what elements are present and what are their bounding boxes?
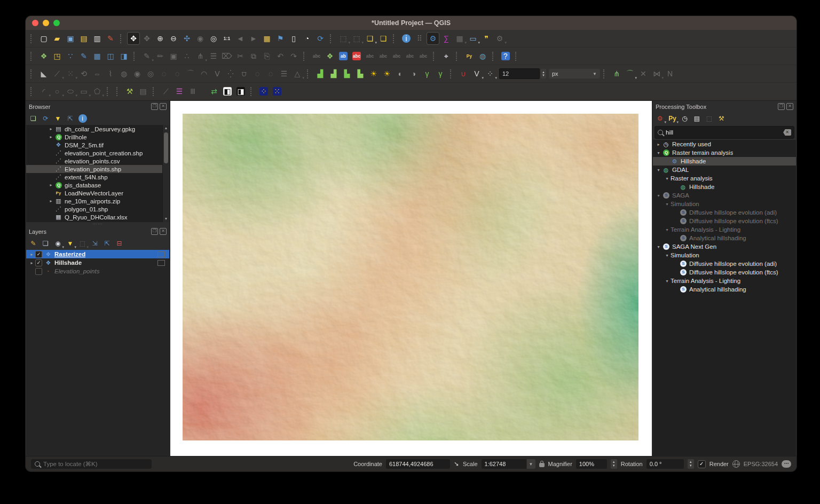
rotation-stepper[interactable]: ▲▼ (688, 459, 694, 469)
vertex-editor-button[interactable]: △▾ (291, 67, 304, 80)
local-cumulative-stretch-button[interactable]: ▙ (341, 67, 353, 80)
zoom-next-button[interactable]: ► (247, 32, 260, 45)
processing-toolbox-toggle-button[interactable]: ⚙ (427, 32, 439, 45)
browser-properties-button[interactable]: i (77, 113, 88, 124)
toolbox-item[interactable]: ▾Simulation (653, 251, 796, 259)
new-print-layout-button[interactable]: ▤ (77, 32, 90, 45)
close-window-button[interactable] (32, 20, 38, 26)
close-panel-icon[interactable]: ✕ (160, 228, 167, 235)
zoom-actual-button[interactable]: 1:1 (220, 32, 233, 45)
increase-brightness-button[interactable]: ☀ (367, 67, 380, 80)
topological-editing-button[interactable]: Ν (664, 67, 676, 80)
coordinate-input[interactable] (386, 459, 450, 469)
expander-icon[interactable]: ▾ (664, 202, 671, 207)
add-spatialite-layer-button[interactable]: ◳ (51, 50, 64, 62)
expander-icon[interactable]: ▾ (664, 227, 671, 232)
enable-advanced-digitizing-button[interactable]: ◣ (37, 67, 50, 80)
toolbox-item[interactable]: ▾Simulation (653, 200, 796, 208)
zoom-to-layer-button[interactable]: ◎ (207, 32, 220, 45)
random-points-extent-button[interactable]: ⁘ (257, 85, 270, 98)
remove-layer-button[interactable]: ⊟ (114, 238, 125, 249)
lock-scale-icon[interactable] (539, 463, 545, 467)
toolbox-item[interactable]: ▸◷Recently used (653, 140, 796, 148)
vector-edit-tools-button[interactable]: ⚒ (123, 85, 136, 98)
full-histogram-stretch-button[interactable]: ▟ (327, 67, 340, 80)
digitize-with-segment-button[interactable]: ∴ (180, 50, 193, 62)
increase-gamma-button[interactable]: γ (421, 67, 433, 80)
zoom-last-button[interactable]: ◄ (234, 32, 247, 45)
toolbox-search-input[interactable] (666, 129, 780, 136)
browser-refresh-button[interactable]: ⟳ (40, 113, 51, 124)
expander-icon[interactable]: ▾ (655, 245, 662, 249)
manage-map-themes-button[interactable]: ◉▾ (52, 238, 64, 249)
select-by-location-button[interactable]: ❏ (377, 32, 390, 45)
layer-item[interactable]: ▸✓❖Hillshade (26, 258, 169, 267)
toolbox-item[interactable]: SDiffusive hillslope evolution (ftcs) (653, 268, 796, 277)
toolbox-search[interactable]: ✕ (655, 126, 794, 139)
refresh-map-button[interactable]: ⟳ (314, 32, 327, 45)
open-attribute-table-button[interactable]: ▦▾ (453, 32, 466, 45)
float-panel-icon[interactable]: ❐ (778, 103, 785, 110)
decrease-brightness-button[interactable]: ☀ (381, 67, 393, 80)
title-bar[interactable]: *Untitled Project — QGIS (26, 16, 797, 30)
browser-item[interactable]: ⋰extent_54N.shp (26, 173, 169, 181)
toggle-editing-button[interactable]: ✏ (154, 50, 167, 62)
metasearch-button[interactable]: ◍ (476, 50, 489, 62)
panel-splitter[interactable]: ⋯⋯ (26, 222, 170, 226)
add-ring-button[interactable]: ◍ (117, 67, 130, 80)
style-manager-button[interactable]: ✎ (104, 32, 117, 45)
toolbox-item[interactable]: ▾Terrain Analysis - Lighting (653, 277, 796, 285)
collapse-all-button[interactable]: ⇱ (101, 238, 113, 249)
expander-icon[interactable]: ▸ (48, 183, 54, 187)
browser-item[interactable]: ▦Q_Ryuo_DHCollar.xlsx (26, 213, 169, 221)
layer-item[interactable]: •Elevation_points (26, 267, 169, 275)
new-map-view-button[interactable]: ▦ (261, 32, 273, 45)
toolbox-item[interactable]: ▾SSAGA Next Gen (653, 242, 796, 251)
rotate-label-button[interactable]: abc (404, 50, 416, 62)
add-delimited-text-layer-button[interactable]: ✎ (77, 50, 90, 62)
serval-nodata-black-button[interactable]: ◨ (234, 85, 247, 98)
expander-icon[interactable]: ▾ (664, 279, 671, 284)
toolbox-item[interactable]: SDiffusive hillslope evolution (ftcs) (653, 217, 796, 225)
toolbox-python-scripts-button[interactable]: Py▾ (667, 113, 678, 124)
reshape-features-button[interactable]: ◠ (198, 67, 210, 80)
rotation-input[interactable] (646, 459, 684, 469)
expander-icon[interactable]: ▸ (28, 261, 35, 265)
show-bookmarks-button[interactable]: ▯ (287, 32, 300, 45)
browser-item[interactable]: ⋰polygon_01.shp (26, 205, 169, 213)
snapping-units-combo[interactable]: px▼ (549, 69, 600, 78)
copy-features-button[interactable]: ⧉ (247, 50, 260, 62)
snapping-all-layers-button[interactable]: ⁘▾ (484, 67, 496, 80)
legend-patch-box[interactable] (157, 251, 165, 257)
close-panel-icon[interactable]: ✕ (786, 103, 793, 110)
new-project-button[interactable]: ▢ (37, 32, 50, 45)
offset-curve-button[interactable]: ⌒ (184, 67, 197, 80)
deselect-features-button[interactable]: ⬚▾ (350, 32, 363, 45)
split-features-button[interactable]: Ⅴ (211, 67, 224, 80)
serval-refresh-button[interactable]: ⇄ (208, 85, 220, 98)
annotation-ellipse-button[interactable]: ⬭▾ (64, 85, 77, 98)
offset-point-symbol-button[interactable]: ◌ (264, 67, 277, 80)
run-feature-action-button[interactable]: ⠿ (413, 32, 426, 45)
browser-item[interactable]: ▸▤dh_collar _Desurvey.gpkg (26, 125, 169, 133)
change-label-properties-button[interactable]: abc (417, 50, 430, 62)
toolbox-models-button[interactable]: ⚙▾ (655, 113, 666, 124)
help-contents-button[interactable]: ? (499, 50, 512, 62)
fill-ring-button[interactable]: ◎ (144, 67, 157, 80)
toolbox-item[interactable]: ▾Terrain Analysis - Lighting (653, 225, 796, 234)
new-spatial-bookmark-button[interactable]: ⚑ (274, 32, 287, 45)
show-layout-manager-button[interactable]: ▥ (91, 32, 104, 45)
decrease-contrast-button[interactable]: ◑ (407, 67, 420, 80)
merge-features-button[interactable]: ⩌ (238, 67, 250, 80)
zoom-in-button[interactable]: ⊕ (154, 32, 167, 45)
enable-tracing-button[interactable]: ⋔ (610, 67, 623, 80)
snapping-tolerance-input-stepper[interactable]: ▲▼ (541, 69, 546, 78)
open-data-source-manager-button[interactable]: ❖ (37, 50, 50, 62)
open-project-button[interactable]: ▰ (51, 32, 64, 45)
select-features-button[interactable]: ⬚▾ (337, 32, 350, 45)
pan-to-selection-button[interactable]: ✥ (140, 32, 153, 45)
zoom-window-button[interactable] (53, 20, 60, 26)
close-panel-icon[interactable]: ✕ (160, 103, 167, 110)
layer-visibility-checkbox[interactable]: ✓ (35, 259, 42, 266)
toolbox-results-viewer-button[interactable]: ▤ (691, 113, 703, 124)
